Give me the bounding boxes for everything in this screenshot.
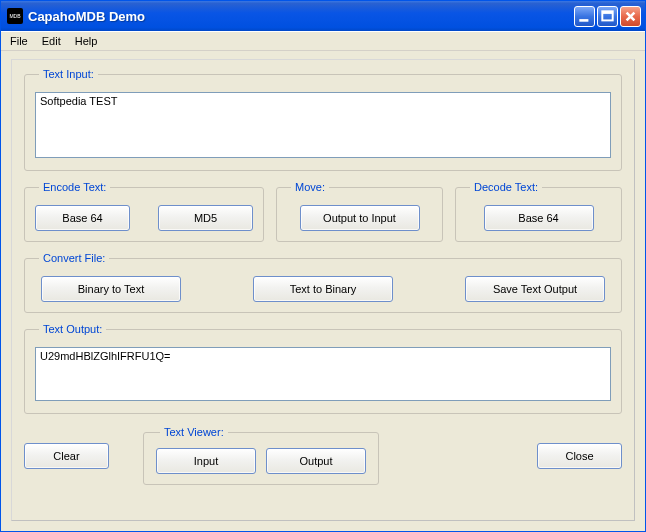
group-encode-label: Encode Text: [39,181,110,193]
svg-rect-2 [602,11,612,14]
client-area: Text Input: Encode Text: Base 64 MD5 Mov… [1,51,645,531]
text-input-area[interactable] [35,92,611,158]
window-title: CapahoMDB Demo [28,9,574,24]
group-decode-label: Decode Text: [470,181,542,193]
group-text-output-label: Text Output: [39,323,106,335]
save-text-output-button[interactable]: Save Text Output [465,276,605,302]
group-text-input: Text Input: [24,68,622,171]
clear-button[interactable]: Clear [24,443,109,469]
group-text-output: Text Output: [24,323,622,414]
group-move: Move: Output to Input [276,181,443,242]
app-icon: MDB [7,8,23,24]
md5-button[interactable]: MD5 [158,205,253,231]
group-move-label: Move: [291,181,329,193]
main-panel: Text Input: Encode Text: Base 64 MD5 Mov… [11,59,635,521]
svg-rect-0 [579,19,588,22]
titlebar: MDB CapahoMDB Demo [1,1,645,31]
minimize-button[interactable] [574,6,595,27]
group-viewer-label: Text Viewer: [160,426,228,438]
group-decode: Decode Text: Base 64 [455,181,622,242]
close-window-button[interactable] [620,6,641,27]
menu-file[interactable]: File [3,33,35,49]
bottom-bar: Clear Text Viewer: Input Output Close [24,426,622,485]
group-text-input-label: Text Input: [39,68,98,80]
viewer-input-button[interactable]: Input [156,448,256,474]
encode-move-decode-row: Encode Text: Base 64 MD5 Move: Output to… [24,181,622,242]
menu-edit[interactable]: Edit [35,33,68,49]
base64-encode-button[interactable]: Base 64 [35,205,130,231]
close-button[interactable]: Close [537,443,622,469]
text-to-binary-button[interactable]: Text to Binary [253,276,393,302]
menu-help[interactable]: Help [68,33,105,49]
menubar: File Edit Help [1,31,645,51]
binary-to-text-button[interactable]: Binary to Text [41,276,181,302]
maximize-button[interactable] [597,6,618,27]
viewer-output-button[interactable]: Output [266,448,366,474]
group-encode: Encode Text: Base 64 MD5 [24,181,264,242]
output-to-input-button[interactable]: Output to Input [300,205,420,231]
text-output-area[interactable] [35,347,611,401]
group-convert: Convert File: Binary to Text Text to Bin… [24,252,622,313]
group-convert-label: Convert File: [39,252,109,264]
app-window: MDB CapahoMDB Demo File Edit Help Text I… [0,0,646,532]
window-controls [574,6,641,27]
base64-decode-button[interactable]: Base 64 [484,205,594,231]
group-viewer: Text Viewer: Input Output [143,426,379,485]
